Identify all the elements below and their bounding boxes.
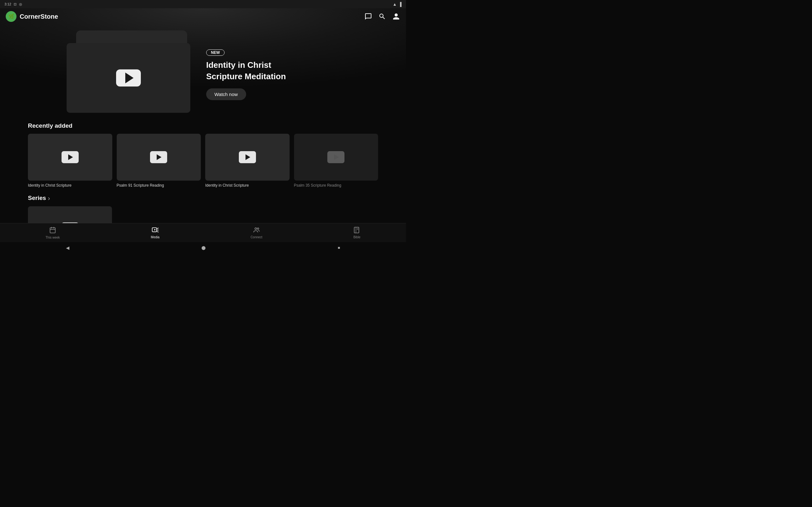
bottom-nav-connect[interactable]: Connect (244, 225, 269, 240)
bottom-nav-media[interactable]: Media (145, 225, 166, 240)
android-back-button[interactable]: ◀ (66, 245, 69, 250)
status-time: 3:12 ⊡ ◎ (4, 2, 22, 6)
series-thumb-1 (28, 206, 112, 223)
time-display: 3:12 (4, 2, 11, 6)
search-icon[interactable] (378, 12, 386, 20)
new-badge: NEW (206, 49, 224, 56)
series-row (28, 206, 378, 223)
video-card-3[interactable]: Identity in Christ Scripture (205, 134, 290, 188)
svg-point-10 (257, 228, 259, 229)
recently-added-title: Recently added (28, 122, 378, 129)
video-card-1[interactable]: Identity in Christ Scripture (28, 134, 112, 188)
media-icon (152, 227, 159, 235)
bible-label: Bible (353, 235, 360, 239)
notification-icon: ⊡ (14, 2, 16, 6)
video-title-3: Identity in Christ Scripture (205, 183, 290, 188)
video-thumb-2 (117, 134, 201, 181)
bible-icon (353, 227, 360, 235)
series-chevron-icon[interactable]: › (48, 194, 50, 202)
top-nav: 🌿 CornerStone (0, 8, 406, 25)
nav-actions (364, 12, 400, 20)
video-thumb-3 (205, 134, 290, 181)
svg-line-8 (157, 232, 159, 232)
series-title-row: Series › (28, 194, 378, 202)
hero-section: NEW Identity in Christ Scripture Meditat… (0, 8, 406, 122)
play-btn-3[interactable] (239, 151, 256, 163)
series-section: Series › (0, 194, 406, 223)
svg-rect-11 (354, 227, 359, 233)
watch-now-button[interactable]: Watch now (206, 89, 246, 100)
video-title-1: Identity in Christ Scripture (28, 183, 112, 188)
video-thumb-1 (28, 134, 112, 181)
play-btn-2[interactable] (150, 151, 167, 163)
hero-play-button[interactable] (116, 69, 141, 87)
this-week-icon (49, 227, 56, 235)
connect-label: Connect (251, 235, 262, 239)
profile-icon[interactable] (392, 12, 400, 20)
series-title: Series (28, 194, 46, 202)
video-card-4[interactable]: Psalm 35 Scripture Reading (294, 134, 378, 188)
battery-icon: ▐ (399, 2, 402, 7)
main-content: Recently added Identity in Christ Script… (0, 122, 406, 223)
circle-icon: ◎ (19, 2, 22, 6)
connect-icon (253, 227, 260, 235)
play-btn-1[interactable] (61, 151, 79, 163)
app-brand: 🌿 CornerStone (6, 11, 58, 22)
status-bar: 3:12 ⊡ ◎ ▲ ▐ (0, 0, 406, 8)
svg-point-9 (255, 228, 257, 230)
recently-added-row: Identity in Christ Scripture Psalm 91 Sc… (28, 134, 378, 188)
bottom-nav: This week Media (0, 223, 406, 242)
play-btn-4[interactable] (327, 151, 345, 163)
bottom-nav-this-week[interactable]: This week (39, 225, 66, 240)
chat-icon[interactable] (364, 12, 372, 20)
hero-title: Identity in Christ Scripture Meditation (206, 60, 339, 82)
wifi-icon: ▲ (393, 2, 397, 7)
android-recent-button[interactable]: ■ (338, 245, 340, 250)
recently-added-section: Recently added Identity in Christ Script… (0, 122, 406, 188)
this-week-label: This week (46, 236, 60, 239)
svg-marker-5 (154, 229, 156, 231)
hero-info: NEW Identity in Christ Scripture Meditat… (206, 49, 339, 100)
video-title-4: Psalm 35 Scripture Reading (294, 183, 378, 188)
status-right: ▲ ▐ (393, 2, 402, 7)
media-label: Media (151, 235, 159, 239)
bottom-nav-bible[interactable]: Bible (347, 225, 367, 240)
android-nav-bar: ◀ ⬤ ■ (0, 242, 406, 253)
app-title: CornerStone (20, 13, 58, 20)
video-card-2[interactable]: Psalm 91 Scripture Reading (117, 134, 201, 188)
svg-rect-0 (50, 228, 55, 233)
android-home-button[interactable]: ⬤ (201, 245, 206, 250)
hero-video-front[interactable] (67, 43, 190, 113)
video-title-2: Psalm 91 Scripture Reading (117, 183, 201, 188)
series-card-1[interactable] (28, 206, 112, 223)
hero-video-wrapper (67, 37, 194, 113)
svg-line-6 (157, 228, 159, 229)
app-logo[interactable]: 🌿 (6, 11, 16, 22)
video-thumb-4 (294, 134, 378, 181)
